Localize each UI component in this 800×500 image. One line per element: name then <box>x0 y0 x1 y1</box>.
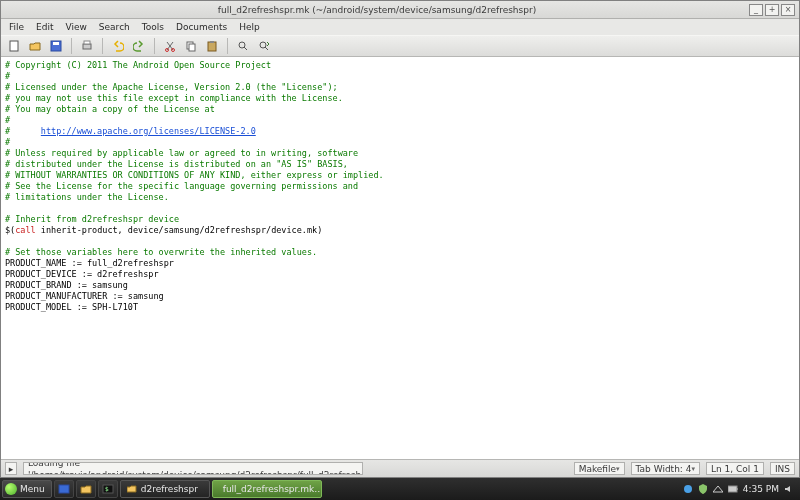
menu-tools[interactable]: Tools <box>136 22 170 32</box>
volume-icon[interactable] <box>784 484 794 494</box>
insert-mode[interactable]: INS <box>770 462 795 475</box>
paste-icon[interactable] <box>203 37 221 55</box>
minimize-button[interactable]: _ <box>749 4 763 16</box>
replace-icon[interactable] <box>255 37 273 55</box>
code-line: # Inherit from d2refreshspr device <box>5 214 179 224</box>
terminal-launcher[interactable]: $ <box>98 480 118 498</box>
code-line: # Unless required by applicable law or a… <box>5 148 358 158</box>
titlebar: full_d2refreshspr.mk (~/android/system/d… <box>1 1 799 19</box>
taskbar: Menu $ d2refreshspr full_d2refreshspr.mk… <box>0 478 800 500</box>
taskbar-item-label: d2refreshspr <box>141 484 198 494</box>
mint-logo-icon <box>5 483 17 495</box>
update-icon[interactable] <box>683 484 693 494</box>
code-line: # you may not use this file except in co… <box>5 93 343 103</box>
start-menu-label: Menu <box>20 484 45 494</box>
print-icon[interactable] <box>78 37 96 55</box>
code-line: PRODUCT_BRAND := samsung <box>5 280 128 290</box>
system-tray: 4:35 PM <box>683 484 798 494</box>
menu-documents[interactable]: Documents <box>170 22 233 32</box>
toolbar-sep <box>227 38 228 54</box>
code-line: PRODUCT_NAME := full_d2refreshspr <box>5 258 174 268</box>
menu-search[interactable]: Search <box>93 22 136 32</box>
show-desktop-button[interactable] <box>54 480 74 498</box>
open-icon[interactable] <box>26 37 44 55</box>
toolbar-sep <box>102 38 103 54</box>
code-line: # limitations under the License. <box>5 192 169 202</box>
window-title: full_d2refreshspr.mk (~/android/system/d… <box>5 1 749 19</box>
language-selector[interactable]: Makefile <box>574 462 625 475</box>
taskbar-item[interactable]: d2refreshspr <box>120 480 210 498</box>
svg-rect-2 <box>53 42 59 45</box>
svg-rect-10 <box>210 41 214 43</box>
code-line: # <box>5 115 10 125</box>
code-line: # Set those variables here to overwrite … <box>5 247 317 257</box>
close-button[interactable]: × <box>781 4 795 16</box>
svg-rect-3 <box>83 44 91 49</box>
cursor-position: Ln 1, Col 1 <box>706 462 764 475</box>
code-line: PRODUCT_DEVICE := d2refreshspr <box>5 269 159 279</box>
svg-rect-21 <box>737 488 738 490</box>
svg-point-19 <box>684 485 692 493</box>
battery-icon[interactable] <box>728 484 738 494</box>
code-line: inherit-product, device/samsung/d2refres… <box>36 225 323 235</box>
svg-line-12 <box>244 47 247 50</box>
shield-icon[interactable] <box>698 484 708 494</box>
maximize-button[interactable]: + <box>765 4 779 16</box>
code-line: # <box>5 71 10 81</box>
code-keyword: call <box>15 225 35 235</box>
clock[interactable]: 4:35 PM <box>743 484 779 494</box>
toolbar-sep <box>71 38 72 54</box>
code-line: PRODUCT_MANUFACTURER := samsung <box>5 291 164 301</box>
statusbar: ▸ Loading file '/home/travis/android/sys… <box>1 459 799 477</box>
editor-window: full_d2refreshspr.mk (~/android/system/d… <box>0 0 800 478</box>
code-line: $( <box>5 225 15 235</box>
save-icon[interactable] <box>47 37 65 55</box>
taskbar-item-label: full_d2refreshspr.mk… <box>223 484 322 494</box>
status-collapse-icon[interactable]: ▸ <box>5 462 17 475</box>
menu-help[interactable]: Help <box>233 22 266 32</box>
menu-view[interactable]: View <box>60 22 93 32</box>
cut-icon[interactable] <box>161 37 179 55</box>
files-launcher[interactable] <box>76 480 96 498</box>
code-line: # distributed under the License is distr… <box>5 159 348 169</box>
svg-rect-9 <box>208 42 216 51</box>
svg-rect-20 <box>728 486 737 492</box>
folder-icon <box>127 484 137 494</box>
find-icon[interactable] <box>234 37 252 55</box>
code-line: # Licensed under the Apache License, Ver… <box>5 82 338 92</box>
svg-line-14 <box>265 47 268 50</box>
menu-edit[interactable]: Edit <box>30 22 59 32</box>
tabwidth-selector[interactable]: Tab Width: 4 <box>631 462 700 475</box>
taskbar-item[interactable]: full_d2refreshspr.mk… <box>212 480 322 498</box>
code-line: # <box>5 126 41 136</box>
code-line: # Copyright (C) 2011 The Android Open So… <box>5 60 271 70</box>
code-line: PRODUCT_MODEL := SPH-L710T <box>5 302 138 312</box>
svg-rect-0 <box>10 41 18 51</box>
status-message: Loading file '/home/travis/android/syste… <box>23 462 363 475</box>
code-line: # You may obtain a copy of the License a… <box>5 104 215 114</box>
svg-rect-15 <box>59 485 69 493</box>
license-link[interactable]: http://www.apache.org/licenses/LICENSE-2… <box>41 126 256 136</box>
new-icon[interactable] <box>5 37 23 55</box>
svg-rect-4 <box>84 41 90 44</box>
redo-icon[interactable] <box>130 37 148 55</box>
toolbar <box>1 35 799 57</box>
undo-icon[interactable] <box>109 37 127 55</box>
svg-rect-8 <box>189 44 195 51</box>
toolbar-sep <box>154 38 155 54</box>
code-line: # See the License for the specific langu… <box>5 181 358 191</box>
editor-area[interactable]: # Copyright (C) 2011 The Android Open So… <box>1 57 799 459</box>
copy-icon[interactable] <box>182 37 200 55</box>
start-menu-button[interactable]: Menu <box>2 480 52 498</box>
code-line: # WITHOUT WARRANTIES OR CONDITIONS OF AN… <box>5 170 384 180</box>
svg-text:$: $ <box>105 485 109 492</box>
menu-file[interactable]: File <box>3 22 30 32</box>
menubar: File Edit View Search Tools Documents He… <box>1 19 799 35</box>
network-icon[interactable] <box>713 484 723 494</box>
code-line: # <box>5 137 10 147</box>
